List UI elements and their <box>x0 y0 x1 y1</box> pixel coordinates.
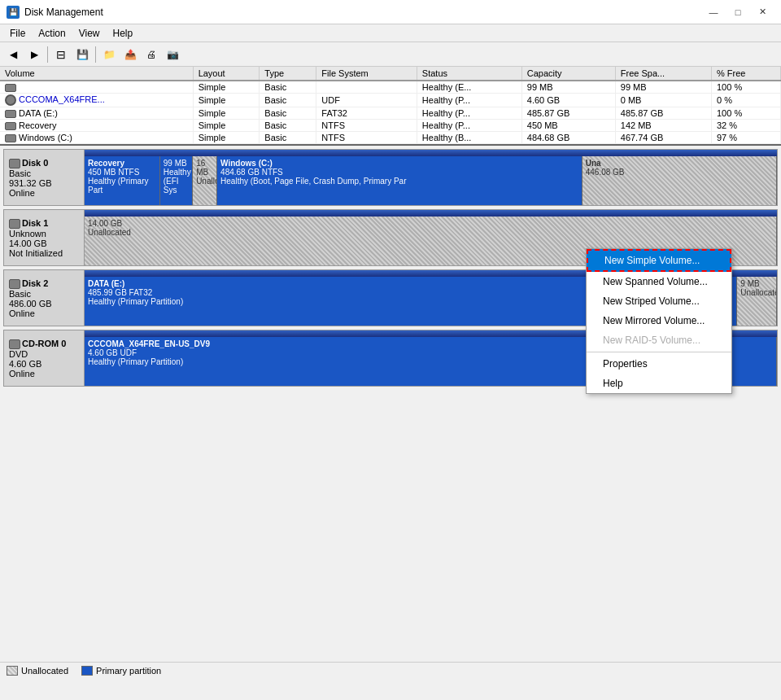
col-capacity[interactable]: Capacity <box>521 67 615 81</box>
partition-size: 99 MB <box>164 159 189 168</box>
legend-unalloc-label: Unallocated <box>21 666 68 676</box>
partition[interactable]: 16 MB Unalloca <box>193 156 217 205</box>
partition-status: Healthy (EFI Sys <box>164 168 189 195</box>
disk-label: Disk 2 Basic 486.00 GB Online <box>3 269 85 326</box>
table-row[interactable]: CCCOMA_X64FRE... Simple Basic UDF Health… <box>0 94 781 107</box>
cell-capacity: 450 MB <box>521 120 615 132</box>
toolbar-btn-5[interactable]: 🖨 <box>142 45 161 64</box>
context-menu-item: New RAID-5 Volume... <box>587 330 731 350</box>
cell-pct: 32 % <box>711 120 780 132</box>
col-free[interactable]: Free Spa... <box>615 67 711 81</box>
table-row[interactable]: Windows (C:) Simple Basic NTFS Healthy (… <box>0 132 781 144</box>
disk-header-bar <box>85 210 777 217</box>
disk-type: Basic <box>9 168 79 178</box>
partition-name: Windows (C:) <box>220 159 578 168</box>
cell-layout: Simple <box>193 132 260 144</box>
partition[interactable]: 99 MB Healthy (EFI Sys <box>160 156 193 205</box>
context-menu-item[interactable]: New Striped Volume... <box>587 291 731 311</box>
disk-name: CD-ROM 0 <box>9 339 79 349</box>
col-type[interactable]: Type <box>260 67 316 81</box>
volume-table-area: Volume Layout Type File System Status Ca… <box>0 67 781 146</box>
context-menu-item[interactable]: Help <box>587 374 731 393</box>
disk-area[interactable]: Disk 0 Basic 931.32 GB Online Recovery 4… <box>0 146 781 662</box>
toolbar-btn-4[interactable]: 📤 <box>120 45 140 64</box>
partition-size: 14.00 GB <box>88 219 773 228</box>
cell-pct: 97 % <box>711 132 780 144</box>
close-button[interactable]: ✕ <box>750 4 774 20</box>
partition-status: Unallocated <box>88 228 773 237</box>
disk-status: Online <box>9 188 79 198</box>
disk-partitions[interactable]: Recovery 450 MB NTFS Healthy (Primary Pa… <box>85 149 778 206</box>
toolbar-btn-6[interactable]: 📷 <box>163 45 182 64</box>
cell-capacity: 485.87 GB <box>521 107 615 120</box>
table-row[interactable]: Recovery Simple Basic NTFS Healthy (P...… <box>0 120 781 132</box>
window-controls: — □ ✕ <box>701 4 774 20</box>
col-status[interactable]: Status <box>417 67 521 81</box>
cell-fs: NTFS <box>316 120 417 132</box>
partition-size: 16 MB <box>196 159 213 177</box>
forward-button[interactable]: ▶ <box>24 45 44 64</box>
legend-unallocated: Unallocated <box>7 666 68 676</box>
app-icon: 💾 <box>7 6 20 19</box>
partition[interactable]: 9 MB Unallocated <box>737 277 777 326</box>
col-layout[interactable]: Layout <box>193 67 260 81</box>
table-row[interactable]: Simple Basic Healthy (E... 99 MB 99 MB 1… <box>0 81 781 94</box>
partition-size: 446.08 GB <box>586 168 773 177</box>
cell-volume: CCCOMA_X64FRE... <box>0 94 193 107</box>
col-volume[interactable]: Volume <box>0 67 193 81</box>
partition[interactable]: Una 446.08 GB <box>582 156 777 205</box>
minimize-button[interactable]: — <box>701 4 726 20</box>
disk-type: Basic <box>9 289 79 299</box>
context-menu-item[interactable]: New Simple Volume... <box>587 249 731 272</box>
cell-status: Healthy (P... <box>417 120 521 132</box>
cell-free: 485.87 GB <box>615 107 711 120</box>
maximize-button[interactable]: □ <box>726 4 750 20</box>
toolbar-btn-2[interactable]: 💾 <box>72 45 92 64</box>
cell-free: 0 MB <box>615 94 711 107</box>
toolbar-btn-3[interactable]: 📁 <box>99 45 119 64</box>
back-button[interactable]: ◀ <box>3 45 23 64</box>
menu-view[interactable]: View <box>72 26 107 41</box>
legend: Unallocated Primary partition <box>0 662 781 679</box>
cell-fs: UDF <box>316 94 417 107</box>
context-menu[interactable]: New Simple Volume...New Spanned Volume..… <box>586 248 732 394</box>
cell-capacity: 4.60 GB <box>521 94 615 107</box>
cell-pct: 100 % <box>711 107 780 120</box>
partition[interactable]: Recovery 450 MB NTFS Healthy (Primary Pa… <box>85 156 160 205</box>
menu-file[interactable]: File <box>3 26 32 41</box>
cell-volume <box>0 81 193 94</box>
cell-free: 467.74 GB <box>615 132 711 144</box>
menu-help[interactable]: Help <box>107 26 140 41</box>
toolbar: ◀ ▶ ⊟ 💾 📁 📤 🖨 📷 <box>0 42 781 67</box>
disk-name: Disk 1 <box>9 218 79 229</box>
cell-free: 99 MB <box>615 81 711 94</box>
legend-primary-icon <box>81 666 93 676</box>
toolbar-btn-1[interactable]: ⊟ <box>51 45 71 64</box>
menu-action[interactable]: Action <box>32 26 72 41</box>
partition-status: Unallocated <box>740 288 773 297</box>
partition-status: Healthy (Primary Part <box>88 177 156 195</box>
partition-size: 484.68 GB NTFS <box>220 168 578 177</box>
col-filesystem[interactable]: File System <box>316 67 417 81</box>
context-menu-sep <box>587 352 731 352</box>
disk-row: Disk 0 Basic 931.32 GB Online Recovery 4… <box>3 149 778 206</box>
context-menu-item[interactable]: New Mirrored Volume... <box>587 311 731 330</box>
cell-fs: NTFS <box>316 132 417 144</box>
disk-type: Unknown <box>9 229 79 238</box>
partition[interactable]: Windows (C:) 484.68 GB NTFS Healthy (Boo… <box>217 156 582 205</box>
cell-pct: 0 % <box>711 94 780 107</box>
context-menu-item[interactable]: New Spanned Volume... <box>587 272 731 291</box>
partition-name: Una <box>586 159 773 168</box>
disk-size: 14.00 GB <box>9 238 79 248</box>
toolbar-sep-1 <box>47 46 48 63</box>
col-pct[interactable]: % Free <box>711 67 780 81</box>
cell-volume: DATA (E:) <box>0 107 193 120</box>
disk-label: Disk 1 Unknown 14.00 GB Not Initialized <box>3 209 85 266</box>
context-menu-item[interactable]: Properties <box>587 354 731 374</box>
disk-size: 931.32 GB <box>9 178 79 188</box>
cell-free: 142 MB <box>615 120 711 132</box>
disk-label: CD-ROM 0 DVD 4.60 GB Online <box>3 330 85 387</box>
table-row[interactable]: DATA (E:) Simple Basic FAT32 Healthy (P.… <box>0 107 781 120</box>
disk-status: Online <box>9 369 79 378</box>
titlebar: 💾 Disk Management — □ ✕ <box>0 0 781 24</box>
